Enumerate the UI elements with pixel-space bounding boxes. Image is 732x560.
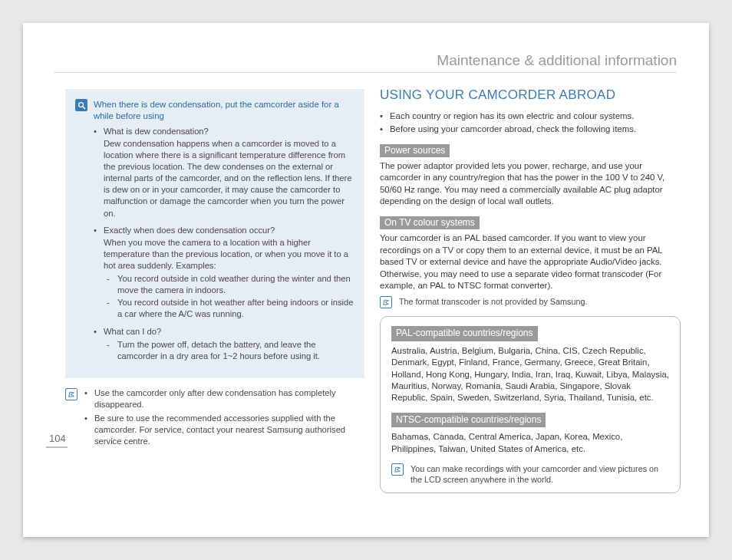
- right-column: USING YOUR CAMCORDER ABROAD Each country…: [380, 87, 681, 493]
- country-compat-box: PAL-compatible countries/regions Austral…: [380, 316, 681, 493]
- pal-heading: PAL-compatible countries/regions: [391, 326, 538, 341]
- tv-colour-text: Your camcorder is an PAL based camcorder…: [380, 232, 681, 292]
- abroad-heading: USING YOUR CAMCORDER ABROAD: [380, 87, 681, 103]
- abroad-intro-item: Each country or region has its own elect…: [380, 110, 681, 122]
- magnifier-icon: [75, 99, 87, 111]
- dew-q1: What is dew condensation?: [104, 126, 354, 137]
- dew-q2: Exactly when does dew condensation occur…: [104, 225, 354, 236]
- dew-condensation-box: When there is dew condensation, put the …: [65, 89, 364, 378]
- abroad-intro-list: Each country or region has its own elect…: [380, 110, 681, 136]
- note-icon: [380, 296, 392, 308]
- left-note-item: Use the camcorder only after dew condens…: [84, 387, 364, 410]
- document-page: Maintenance & additional information Whe…: [23, 23, 709, 537]
- svg-line-1: [82, 106, 84, 108]
- dew-dash: Turn the power off, detach the battery, …: [104, 339, 354, 362]
- dew-q3: What can I do?: [104, 326, 354, 338]
- transcoder-note: The format transcoder is not provided by…: [380, 296, 681, 308]
- abroad-intro-item: Before using your camcorder abroad, chec…: [380, 124, 681, 135]
- dew-box-list: What is dew condensation? Dew condensati…: [94, 126, 354, 362]
- section-header: Maintenance & additional information: [437, 52, 677, 69]
- power-sources-text: The power adaptor provided lets you powe…: [380, 160, 681, 208]
- note-icon: [65, 388, 77, 400]
- lcd-note-text: You can make recordings with your camcor…: [411, 463, 669, 485]
- dew-a1: Dew condensation happens when a camcorde…: [104, 139, 351, 218]
- header-rule: [54, 72, 677, 73]
- ntsc-heading: NTSC-compatible countries/regions: [391, 413, 546, 428]
- page-number: 104: [49, 433, 66, 444]
- tv-colour-heading: On TV colour systems: [380, 216, 480, 229]
- pal-countries: Australia, Austria, Belgium, Bulgaria, C…: [391, 345, 669, 404]
- note-icon: [391, 463, 404, 476]
- left-note-item: Be sure to use the recommended accessori…: [84, 413, 364, 447]
- power-sources-heading: Power sources: [380, 144, 450, 157]
- lcd-note: You can make recordings with your camcor…: [391, 463, 669, 485]
- ntsc-countries: Bahamas, Canada, Central America, Japan,…: [391, 431, 669, 455]
- dew-dash: You record outside in hot weather after …: [104, 297, 354, 320]
- dew-dash: You record outside in cold weather durin…: [104, 273, 354, 296]
- dew-a2: When you move the camera to a location w…: [104, 238, 348, 270]
- dew-box-headline: When there is dew condensation, put the …: [94, 99, 354, 123]
- left-column: When there is dew condensation, put the …: [65, 89, 364, 450]
- left-note: Use the camcorder only after dew condens…: [65, 387, 364, 450]
- transcoder-note-text: The format transcoder is not provided by…: [399, 296, 587, 308]
- page-number-rule: [46, 446, 68, 448]
